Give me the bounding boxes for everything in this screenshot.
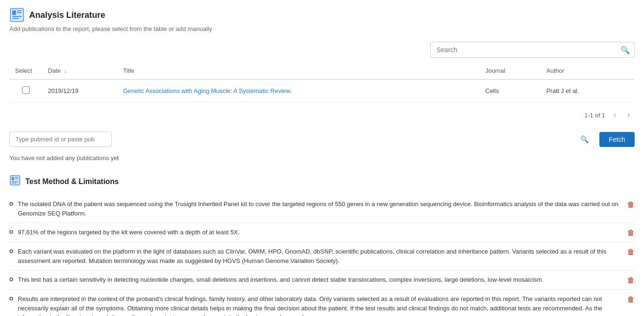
page-title: Analysis Literature — [29, 10, 105, 20]
bullet-icon — [9, 202, 13, 206]
svg-rect-8 — [12, 181, 18, 182]
limitation-text: This test has a certain sensitivity in d… — [18, 275, 543, 285]
limitations-icon — [9, 175, 21, 188]
table-row: 2019/12/19 Genetic Associations with Agi… — [9, 79, 635, 102]
limitation-text: The isolated DNA of the patient was sequ… — [18, 200, 621, 218]
col-header-date[interactable]: Date ↓ — [42, 62, 117, 79]
pagination-next-button[interactable]: › — [625, 110, 633, 120]
delete-row-icon[interactable]: 🗑 — [627, 248, 635, 256]
svg-rect-0 — [10, 8, 23, 22]
delete-row-icon[interactable]: 🗑 — [627, 200, 635, 209]
fetch-row: 🔍 Fetch — [9, 131, 635, 147]
list-item-content: 97.61% of the regions targeted by the ki… — [9, 228, 621, 237]
search-input[interactable] — [430, 42, 635, 58]
svg-rect-10 — [15, 177, 18, 178]
row-select-cell — [9, 79, 42, 102]
svg-rect-9 — [12, 183, 16, 184]
bullet-icon — [9, 297, 13, 301]
search-icon-button[interactable]: 🔍 — [621, 46, 630, 54]
pubmed-search-icon: 🔍 — [580, 135, 589, 144]
svg-rect-7 — [12, 177, 14, 180]
delete-row-icon[interactable]: 🗑 — [627, 276, 635, 285]
pagination-prev-button[interactable]: ‹ — [611, 110, 619, 120]
col-header-journal: Journal — [480, 62, 541, 79]
list-item: The isolated DNA of the patient was sequ… — [9, 195, 635, 223]
row-title: Genetic Associations with Aging Muscle: … — [117, 79, 480, 102]
list-item-content: Each variant was evaluated on the platfo… — [9, 247, 621, 265]
delete-row-icon[interactable]: 🗑 — [627, 229, 635, 237]
svg-rect-11 — [15, 178, 18, 179]
sort-date-icon: ↓ — [64, 68, 67, 74]
list-item-content: This test has a certain sensitivity in d… — [9, 275, 621, 285]
section-header-limitations: Test Method & Limitations — [9, 175, 635, 188]
col-header-select: Select — [9, 62, 42, 79]
fetch-button[interactable]: Fetch — [599, 132, 635, 147]
row-checkbox[interactable] — [22, 86, 30, 94]
search-wrapper: 🔍 — [430, 42, 635, 58]
pubmed-input-wrapper: 🔍 — [9, 131, 594, 147]
svg-rect-1 — [12, 10, 16, 15]
search-bar-container: 🔍 — [9, 42, 635, 58]
svg-rect-5 — [17, 12, 22, 13]
limitation-text: Each variant was evaluated on the platfo… — [18, 247, 621, 265]
bullet-icon — [9, 249, 13, 253]
list-item-content: The isolated DNA of the patient was sequ… — [9, 200, 621, 218]
pub-title-link[interactable]: Genetic Associations with Aging Muscle: … — [123, 87, 292, 94]
row-date: 2019/12/19 — [42, 79, 117, 102]
delete-row-icon[interactable]: 🗑 — [627, 295, 635, 304]
limitations-list: The isolated DNA of the patient was sequ… — [9, 195, 635, 316]
svg-rect-2 — [12, 16, 22, 17]
svg-rect-4 — [17, 10, 22, 11]
list-item: 97.61% of the regions targeted by the ki… — [9, 223, 635, 242]
pagination-bar: 1-1 of 1 ‹ › — [9, 107, 635, 123]
row-journal: Cells — [480, 79, 541, 102]
bullet-icon — [9, 230, 13, 234]
pagination-range: 1-1 of 1 — [584, 112, 605, 119]
bullet-icon — [9, 277, 13, 281]
table-header-row: Select Date ↓ Title Journal Author — [9, 62, 635, 79]
svg-rect-6 — [10, 176, 20, 185]
limitation-text: 97.61% of the regions targeted by the ki… — [18, 228, 240, 237]
analysis-literature-icon — [9, 8, 24, 23]
limitation-text: Results are interpreted in the context o… — [18, 294, 621, 316]
no-publications-text: You have not added any publications yet — [9, 154, 635, 162]
pubmed-input[interactable] — [9, 131, 112, 147]
list-item: This test has a certain sensitivity in d… — [9, 270, 635, 290]
page-header: Analysis Literature — [9, 8, 635, 23]
literature-table: Select Date ↓ Title Journal Author 2019/… — [9, 62, 635, 102]
page-subtitle: Add publications to the report, please s… — [9, 25, 635, 32]
col-header-title: Title — [117, 62, 480, 79]
row-author: Pratt J et al. — [541, 79, 635, 102]
col-header-author: Author — [541, 62, 635, 79]
list-item: Results are interpreted in the context o… — [9, 290, 635, 316]
svg-rect-3 — [12, 18, 19, 19]
list-item: Each variant was evaluated on the platfo… — [9, 242, 635, 270]
list-item-content: Results are interpreted in the context o… — [9, 294, 621, 316]
section-title-limitations: Test Method & Limitations — [25, 177, 119, 186]
